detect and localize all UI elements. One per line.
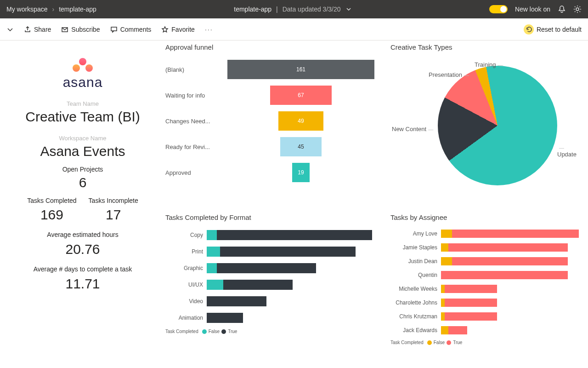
format-row[interactable]: Copy [165, 227, 386, 243]
toolbar: Share Subscribe Comments Favorite ··· Re… [0, 18, 588, 40]
assignee-row[interactable]: Charolette Johns [390, 296, 582, 310]
funnel-bar: 67 [270, 86, 331, 105]
bar-label: Amy Love [390, 230, 441, 237]
assignee-row[interactable]: Jamie Staples [390, 241, 582, 254]
creative-task-types-chart[interactable]: Creative Task Types Training— Presentati… [390, 40, 582, 211]
approval-funnel-chart[interactable]: Approval funnel (Blank)161Waiting for in… [165, 40, 386, 211]
funnel-row[interactable]: Changes Need...49 [165, 108, 386, 134]
avg-days-value: 11.71 [8, 276, 157, 292]
assignee-row[interactable]: Michelle Weeks [390, 282, 582, 296]
chart-title: Approval funnel [165, 43, 386, 51]
star-icon [161, 26, 169, 33]
bar-seg-true [445, 312, 497, 321]
chevron-icon: › [52, 6, 54, 13]
bar-label: Michelle Weeks [390, 286, 441, 292]
completed-label: Tasks Completed [27, 197, 76, 204]
format-row[interactable]: Print [165, 243, 386, 260]
completed-value: 169 [27, 207, 76, 223]
team-label: Team Name [8, 100, 157, 107]
bar-seg-false [441, 230, 452, 238]
legend: Task Completed False True [165, 329, 386, 334]
subscribe-button[interactable]: Subscribe [61, 26, 100, 33]
svg-rect-2 [111, 27, 117, 31]
incomplete-label: Tasks Incomplete [89, 197, 138, 204]
favorite-button[interactable]: Favorite [161, 26, 195, 33]
bar-seg-true [207, 313, 243, 323]
avg-est-value: 20.76 [8, 242, 157, 257]
summary-card: asana Team Name Creative Team (BI) Works… [0, 40, 165, 368]
funnel-row[interactable]: (Blank)161 [165, 57, 386, 82]
reset-label: Reset to default [537, 26, 582, 33]
bar-label: Jamie Staples [390, 244, 441, 251]
bar-label: Jack Edwards [390, 327, 441, 334]
bar-seg-true [220, 247, 356, 257]
data-updated[interactable]: Data updated 3/3/20 [283, 6, 341, 13]
assignee-row[interactable]: Chris Krutzman [390, 310, 582, 323]
avg-est-label: Average estimated hours [8, 231, 157, 239]
new-look-toggle[interactable] [489, 5, 508, 13]
bar-seg-true [441, 271, 568, 279]
breadcrumb-root[interactable]: My workspace [6, 6, 47, 13]
brand-name: asana [63, 75, 103, 90]
format-row[interactable]: Animation [165, 310, 386, 326]
assignee-row[interactable]: Quentin [390, 268, 582, 282]
avg-days-label: Average # days to complete a task [8, 265, 157, 273]
breadcrumb-leaf[interactable]: template-app [59, 6, 96, 13]
bar-label: Justin Dean [390, 258, 441, 264]
bar-seg-true [207, 296, 266, 306]
funnel-bar: 49 [278, 111, 323, 131]
bar-label: Quentin [390, 272, 441, 278]
bar-label: Charolette Johns [390, 299, 441, 306]
chart-title: Tasks by Assignee [390, 213, 582, 221]
format-row[interactable]: UI/UX [165, 276, 386, 293]
bar-label: Copy [165, 232, 207, 238]
tasks-by-assignee-chart[interactable]: Tasks by Assignee Amy LoveJamie StaplesJ… [390, 211, 582, 368]
new-look-label: New look on [515, 6, 550, 13]
funnel-label: Ready for Revi... [165, 144, 216, 150]
report-body: asana Team Name Creative Team (BI) Works… [0, 40, 588, 368]
comment-icon [110, 26, 118, 33]
format-row[interactable]: Graphic [165, 260, 386, 276]
format-row[interactable]: Video [165, 293, 386, 310]
assignee-row[interactable]: Amy Love [390, 227, 582, 241]
team-name: Creative Team (BI) [8, 109, 157, 125]
assignee-row[interactable]: Justin Dean [390, 254, 582, 268]
bar-seg-false [441, 285, 445, 293]
funnel-row[interactable]: Waiting for info67 [165, 82, 386, 108]
funnel-label: Waiting for info [165, 92, 216, 99]
comments-label: Comments [120, 26, 152, 33]
pie-label-training: Training— [475, 61, 504, 68]
reset-button[interactable]: Reset to default [524, 24, 582, 34]
bar-seg-true [452, 257, 567, 265]
gear-icon[interactable] [573, 5, 582, 13]
chevron-down-icon[interactable] [6, 26, 14, 33]
more-button[interactable]: ··· [205, 26, 213, 33]
pie-label-presentation: Presentation— [429, 71, 471, 78]
bar-label: Video [165, 298, 207, 305]
topbar-right: New look on [489, 5, 582, 13]
bar-label: UI/UX [165, 282, 207, 288]
funnel-bar: 19 [292, 163, 310, 182]
bar-seg-false [441, 257, 452, 265]
pie-label-newcontent: New Content— [392, 126, 435, 132]
comments-button[interactable]: Comments [110, 26, 152, 33]
assignee-row[interactable]: Jack Edwards [390, 323, 582, 337]
bell-icon[interactable] [558, 5, 566, 13]
pie-slices [438, 66, 557, 185]
share-label: Share [34, 26, 51, 33]
share-button[interactable]: Share [24, 26, 51, 33]
bar-label: Print [165, 248, 207, 255]
asana-logomark [73, 58, 93, 72]
bar-seg-true [217, 263, 316, 273]
bar-seg-true [445, 299, 497, 307]
open-projects-value: 6 [8, 175, 157, 190]
legend: Task Completed False True [390, 340, 582, 345]
tasks-by-format-chart[interactable]: Tasks Completed by Format CopyPrintGraph… [165, 211, 386, 368]
chart-title: Creative Task Types [390, 43, 582, 51]
pie-label-update: —Update [557, 144, 580, 158]
bar-seg-false [207, 263, 217, 273]
chevron-down-icon[interactable] [345, 6, 352, 12]
funnel-row[interactable]: Approved19 [165, 160, 386, 185]
bar-seg-false [441, 326, 448, 334]
funnel-row[interactable]: Ready for Revi...45 [165, 134, 386, 160]
